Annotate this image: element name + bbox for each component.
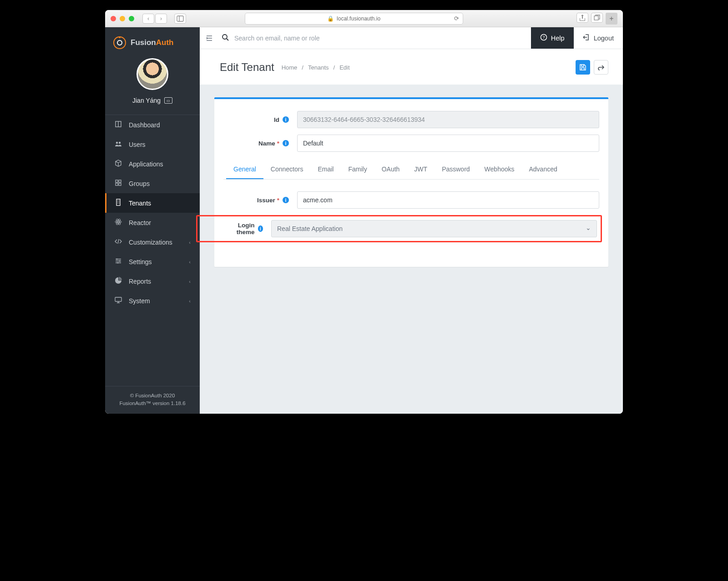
brand-text: FusionAuth [131,38,173,47]
window-controls [111,16,134,21]
app-root: FusionAuth Jian Yáng ▭ DashboardUsersApp… [105,27,623,414]
sidebar-item-label: Reactor [129,219,151,226]
sidebar-item-label: Customizations [129,239,172,246]
input-id [297,111,599,128]
label-issuer-text: Issuer [257,197,275,204]
tab-family[interactable]: Family [341,160,374,179]
breadcrumb-tenants[interactable]: Tenants [308,64,329,71]
sidebar-item-dashboard[interactable]: Dashboard [105,115,200,135]
footer-version: FusionAuth™ version 1.18.6 [105,400,200,407]
sidebar-item-label: Reports [129,278,151,285]
label-id: Id i [223,116,292,123]
vcard-icon[interactable]: ▭ [164,97,172,104]
row-name: Name* i [223,135,599,152]
sidebar-item-tenants[interactable]: Tenants [105,193,200,213]
info-icon[interactable]: i [283,140,289,146]
chevron-left-icon: ‹ [189,279,191,284]
tabs-icon [593,14,601,21]
save-button[interactable] [576,60,590,75]
label-issuer: Issuer* i [223,197,292,204]
chevron-left-icon: ‹ [189,298,191,304]
sidebar-item-users[interactable]: Users [105,135,200,154]
info-icon[interactable]: i [283,197,289,203]
svg-rect-7 [116,180,118,182]
info-icon[interactable]: i [258,225,263,232]
input-issuer[interactable] [297,191,599,209]
sidebar-footer: © FusionAuth 2020 FusionAuth™ version 1.… [105,386,200,414]
sidebar-item-reports[interactable]: Reports‹ [105,271,200,291]
browser-nav-buttons: ‹ › [142,14,167,24]
label-login-theme-text: Login theme [225,222,255,235]
svg-point-12 [118,221,119,223]
tab-oauth[interactable]: OAuth [374,160,407,179]
sidebar-item-applications[interactable]: Applications [105,154,200,174]
breadcrumb: Home/Tenants/Edit [282,64,350,71]
monitor-icon [114,296,122,305]
sidebar-item-system[interactable]: System‹ [105,291,200,311]
browser-new-tab-button[interactable]: + [606,13,617,25]
logout-button[interactable]: Logout [574,27,623,49]
sidebar-item-settings[interactable]: Settings‹ [105,252,200,271]
browser-back-button[interactable]: ‹ [142,14,154,24]
piechart-icon [114,277,122,285]
tab-bar: GeneralConnectorsEmailFamilyOAuthJWTPass… [223,160,599,180]
save-icon [579,64,586,71]
browser-share-button[interactable] [576,13,588,23]
browser-tabs-button[interactable] [591,13,603,23]
breadcrumb-separator: / [334,64,335,71]
tab-connectors[interactable]: Connectors [263,160,311,179]
avatar[interactable] [136,58,168,90]
minimize-window-button[interactable] [120,16,125,21]
maximize-window-button[interactable] [129,16,134,21]
tab-webhooks[interactable]: Webhooks [477,160,522,179]
sidebar-item-label: Users [129,141,146,148]
select-login-theme[interactable]: Real Estate Application [271,220,597,237]
top-actions: ? Help Logout [531,27,623,49]
sliders-icon [114,257,122,266]
share-icon [579,14,586,21]
label-name-text: Name [258,140,275,147]
svg-point-20 [222,35,227,39]
sidebar-item-label: System [129,297,150,305]
page-header: Edit Tenant Home/Tenants/Edit [200,49,623,85]
logout-icon [583,34,590,42]
browser-sidebar-button[interactable] [174,14,186,24]
close-window-button[interactable] [111,16,116,21]
label-name: Name* i [223,140,292,147]
svg-rect-19 [115,297,121,301]
info-icon[interactable]: i [283,116,289,123]
chevron-left-icon: ‹ [189,240,191,245]
tab-advanced[interactable]: Advanced [522,160,565,179]
sidebar-item-reactor[interactable]: Reactor [105,213,200,232]
breadcrumb-home[interactable]: Home [282,64,298,71]
sidebar-item-customizations[interactable]: Customizations‹ [105,232,200,252]
tab-jwt[interactable]: JWT [407,160,435,179]
code-icon [114,238,122,246]
sidebar-item-label: Settings [129,258,152,265]
browser-url-text: local.fusionauth.io [337,15,380,22]
groups-icon [114,179,122,188]
dashboard-icon [114,120,122,129]
tab-email[interactable]: Email [310,160,341,179]
input-name[interactable] [297,135,599,152]
browser-forward-button[interactable]: › [155,14,167,24]
search-wrap [219,34,531,42]
sidebar-item-groups[interactable]: Groups [105,174,200,193]
tab-general[interactable]: General [226,160,263,179]
sidebar-item-label: Groups [129,180,150,187]
tab-password[interactable]: Password [435,160,477,179]
sidebar-icon [177,15,184,22]
svg-rect-10 [119,183,121,185]
svg-point-5 [116,142,118,144]
row-id: Id i [223,111,599,128]
browser-address-bar[interactable]: 🔒 local.fusionauth.io ⟳ [245,13,463,25]
reload-icon[interactable]: ⟳ [454,15,459,22]
search-input[interactable] [234,35,380,42]
collapse-sidebar-button[interactable] [200,35,219,42]
building-icon [114,199,122,207]
svg-point-6 [119,142,121,144]
back-button[interactable] [594,60,608,75]
content: Id i Name* i [200,85,623,280]
help-button[interactable]: ? Help [531,27,574,49]
main: ? Help Logout Edit Tenant Home/Tenants/E… [200,27,623,414]
